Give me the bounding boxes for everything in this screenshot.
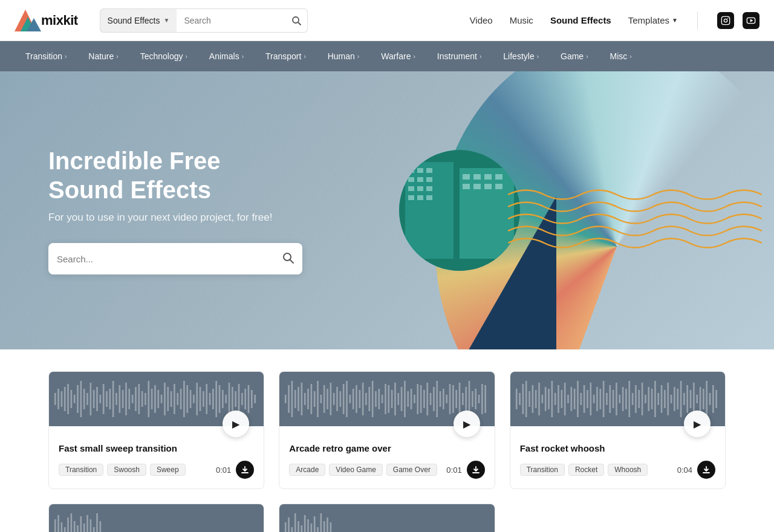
svg-rect-151 xyxy=(446,395,448,403)
svg-rect-166 xyxy=(519,393,521,405)
hero-search-icon[interactable] xyxy=(282,251,294,267)
play-button-2[interactable]: ▶ xyxy=(454,410,480,437)
svg-rect-81 xyxy=(196,383,198,415)
svg-rect-258 xyxy=(330,522,332,532)
card-tags-1: Transition Swoosh Sweep xyxy=(59,464,186,476)
tag-sweep-1[interactable]: Sweep xyxy=(150,464,186,476)
nav-music[interactable]: Music xyxy=(510,15,533,25)
svg-rect-249 xyxy=(301,525,303,532)
svg-rect-24 xyxy=(408,195,414,200)
svg-rect-32 xyxy=(473,184,481,189)
category-misc[interactable]: Misc › xyxy=(599,41,642,71)
sound-cards-grid: ▶ Fast small sweep transition Transition… xyxy=(48,371,726,489)
hero-subtitle: For you to use in your next video projec… xyxy=(48,212,290,224)
category-warfare[interactable]: Warfare › xyxy=(370,41,426,71)
category-nature[interactable]: Nature › xyxy=(77,41,129,71)
download-button-2[interactable] xyxy=(467,461,485,479)
hero-search-input[interactable] xyxy=(57,254,282,264)
tag-swoosh-1[interactable]: Swoosh xyxy=(107,464,146,476)
svg-rect-234 xyxy=(71,513,73,532)
tag-gameover[interactable]: Game Over xyxy=(386,464,437,476)
nav-video[interactable]: Video xyxy=(470,15,493,25)
header-search-button[interactable] xyxy=(285,9,307,32)
svg-rect-156 xyxy=(462,393,464,405)
tag-transition-3[interactable]: Transition xyxy=(520,464,565,476)
tag-transition-1[interactable]: Transition xyxy=(59,464,103,476)
category-technology[interactable]: Technology › xyxy=(129,41,198,71)
svg-rect-88 xyxy=(219,385,221,413)
templates-label: Templates xyxy=(628,15,669,25)
svg-rect-131 xyxy=(382,395,383,403)
category-transition[interactable]: Transition › xyxy=(15,41,77,71)
category-instrument-chevron: › xyxy=(480,53,481,60)
card-waveform-partial-2 xyxy=(279,504,494,532)
svg-rect-209 xyxy=(657,393,659,405)
svg-rect-55 xyxy=(112,381,114,417)
svg-rect-190 xyxy=(596,387,598,411)
svg-line-4 xyxy=(298,22,301,25)
svg-rect-229 xyxy=(54,519,56,532)
category-transition-chevron: › xyxy=(65,53,67,60)
hero-content: Incredible Free Sound Effects For you to… xyxy=(0,146,339,274)
play-button-1[interactable]: ▶ xyxy=(223,410,249,437)
logo[interactable]: mixkit xyxy=(15,10,78,31)
svg-rect-169 xyxy=(528,391,530,407)
card-footer-3: Transition Rocket Whoosh 0:04 xyxy=(520,461,715,479)
svg-rect-188 xyxy=(590,383,591,415)
category-transition-label: Transition xyxy=(25,51,62,61)
waveform-partial-svg-1 xyxy=(49,504,264,532)
svg-rect-22 xyxy=(417,186,423,191)
svg-rect-252 xyxy=(311,524,313,532)
svg-rect-89 xyxy=(222,390,224,408)
download-button-3[interactable] xyxy=(697,461,715,479)
svg-rect-167 xyxy=(522,384,524,414)
svg-rect-221 xyxy=(696,395,698,403)
svg-rect-197 xyxy=(619,395,620,403)
svg-rect-195 xyxy=(612,390,614,408)
svg-rect-16 xyxy=(417,168,423,173)
category-transport[interactable]: Transport › xyxy=(255,41,317,71)
svg-rect-91 xyxy=(229,383,230,415)
svg-rect-5 xyxy=(721,16,729,24)
svg-rect-157 xyxy=(466,387,467,411)
nav-sound-effects[interactable]: Sound Effects xyxy=(550,15,611,25)
svg-rect-135 xyxy=(394,383,396,415)
svg-rect-30 xyxy=(495,174,502,180)
svg-rect-155 xyxy=(459,383,461,415)
tag-arcade[interactable]: Arcade xyxy=(289,464,325,476)
youtube-icon[interactable] xyxy=(743,12,759,29)
sound-effects-dropdown-btn[interactable]: Sound Effects ▼ xyxy=(100,8,177,33)
category-instrument[interactable]: Instrument › xyxy=(426,41,492,71)
svg-rect-112 xyxy=(320,395,322,403)
svg-rect-208 xyxy=(654,381,656,417)
tag-whoosh[interactable]: Whoosh xyxy=(608,464,648,476)
category-animals[interactable]: Animals › xyxy=(198,41,255,71)
svg-rect-80 xyxy=(193,395,195,403)
category-nav: Transition › Nature › Technology › Anima… xyxy=(0,41,774,71)
templates-chevron-icon: ▼ xyxy=(672,17,678,24)
svg-rect-150 xyxy=(443,389,444,409)
category-game[interactable]: Game › xyxy=(550,41,599,71)
svg-rect-250 xyxy=(304,515,306,532)
instagram-icon[interactable] xyxy=(717,12,734,29)
tag-rocket[interactable]: Rocket xyxy=(568,464,604,476)
svg-rect-226 xyxy=(712,385,714,413)
play-button-3[interactable]: ▶ xyxy=(684,410,711,437)
svg-rect-17 xyxy=(426,168,432,173)
header: mixkit Sound Effects ▼ Video Music Sound… xyxy=(0,0,774,41)
svg-rect-82 xyxy=(200,387,201,411)
nav-templates-btn[interactable]: Templates ▼ xyxy=(628,15,678,25)
svg-rect-18 xyxy=(408,177,414,182)
category-human[interactable]: Human › xyxy=(317,41,370,71)
svg-rect-92 xyxy=(232,387,233,411)
category-warfare-label: Warfare xyxy=(381,51,411,61)
download-button-1[interactable] xyxy=(236,461,254,479)
header-search-input[interactable] xyxy=(177,9,285,32)
svg-rect-66 xyxy=(148,381,149,417)
svg-rect-53 xyxy=(106,391,108,407)
hero-search-bar xyxy=(48,243,302,274)
svg-rect-238 xyxy=(83,524,85,532)
category-lifestyle[interactable]: Lifestyle › xyxy=(492,41,550,71)
tag-videogame[interactable]: Video Game xyxy=(329,464,383,476)
svg-rect-97 xyxy=(248,385,250,413)
